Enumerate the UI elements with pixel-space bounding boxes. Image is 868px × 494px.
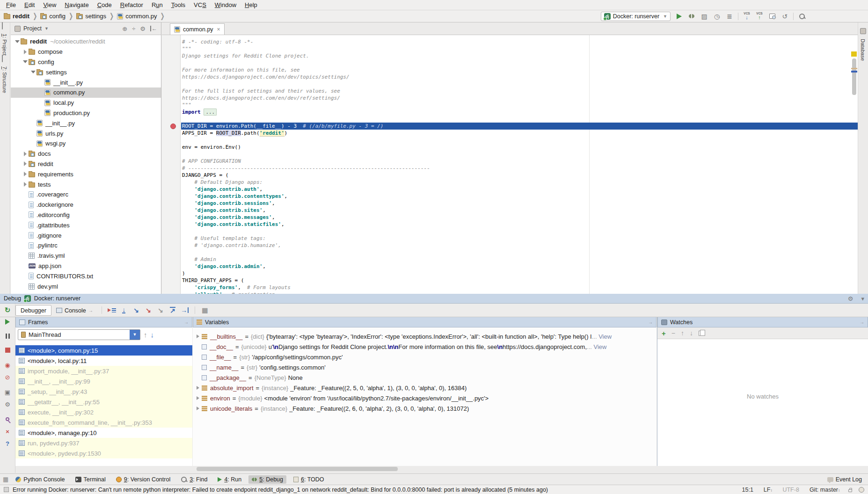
git-branch-indicator[interactable]: Git: master↕ — [810, 487, 840, 493]
step-into-button[interactable]: ↘ — [130, 305, 142, 315]
move-up-button[interactable]: ↑ — [681, 329, 684, 337]
tree-item--pylintrc[interactable]: .pylintrc — [11, 240, 161, 251]
tree-item-urls-py[interactable]: urls.py — [11, 128, 161, 138]
caret-position[interactable]: 15:1 — [742, 487, 753, 493]
toolwindow-python-console[interactable]: Python Console — [12, 475, 68, 484]
menu-code[interactable]: Code — [93, 1, 116, 8]
coverage-button[interactable]: ▨ — [700, 12, 708, 21]
tree-item-settings[interactable]: settings — [11, 67, 161, 77]
remove-watch-button[interactable]: − — [671, 329, 675, 337]
editor-tab-common-py[interactable]: common.py × — [170, 23, 225, 35]
help-button[interactable]: ? — [3, 439, 12, 448]
settings-gear-icon[interactable]: ⚙ — [848, 295, 853, 302]
tree-chevron-icon[interactable] — [22, 152, 29, 156]
toolwindow-6-todo[interactable]: 6: TODO — [290, 475, 328, 484]
pin-icon[interactable]: → — [860, 320, 864, 325]
tree-item--gitignore[interactable]: .gitignore — [11, 230, 161, 240]
toolwindow-4-run[interactable]: 4: Run — [214, 475, 245, 484]
mute-breakpoints-button[interactable]: ⊘ — [3, 373, 12, 381]
add-watch-button[interactable]: + — [662, 329, 666, 337]
frame-row[interactable]: <module>, local.py:11 — [15, 356, 192, 366]
show-execution-point-button[interactable] — [106, 305, 118, 315]
tree-item-__init__-py[interactable]: __init__.py — [11, 118, 161, 128]
profiler-button[interactable]: ◷ — [713, 12, 721, 21]
tree-chevron-icon[interactable] — [29, 71, 36, 73]
expand-arrow-icon[interactable] — [195, 407, 201, 410]
duplicate-watch-button[interactable] — [699, 331, 703, 336]
settings-gear-icon[interactable]: ⚙ — [140, 25, 146, 32]
tree-item-contributors-txt[interactable]: CONTRIBUTORS.txt — [11, 271, 161, 281]
frame-row[interactable]: <module>, common.py:15 — [15, 345, 192, 356]
hide-panel-button[interactable]: ← — [150, 26, 157, 31]
line-ending-indicator[interactable]: LF↕ — [764, 487, 773, 493]
locate-file-button[interactable]: ⊕ — [122, 25, 127, 32]
frame-down-button[interactable]: ↓ — [151, 331, 154, 339]
frame-row[interactable]: execute_from_command_line, __init__.py:3… — [15, 417, 192, 428]
view-link[interactable]: View — [593, 343, 606, 350]
tree-chevron-icon[interactable] — [22, 161, 29, 166]
tree-item-reddit[interactable]: reddit — [11, 159, 161, 169]
tree-chevron-icon[interactable] — [22, 50, 29, 54]
tree-item-reddit[interactable]: reddit~/cookiecutter/reddit — [11, 36, 161, 47]
step-out-button[interactable]: ↗ — [167, 305, 179, 315]
vcs-commit-button[interactable]: VCS↑ — [755, 12, 764, 21]
tree-item-dev-yml[interactable]: dev.yml — [11, 281, 161, 291]
run-to-cursor-button[interactable]: → — [179, 305, 191, 315]
history-button[interactable] — [768, 12, 776, 21]
run-with-options-button[interactable]: ≣ — [725, 12, 734, 21]
breadcrumb-item[interactable]: settings — [76, 13, 106, 20]
breakpoint-icon[interactable] — [170, 124, 176, 129]
encoding-indicator[interactable]: UTF-8 — [782, 487, 799, 493]
close-button[interactable]: × — [3, 427, 12, 436]
tree-item-config[interactable]: config — [11, 57, 161, 67]
menu-refactor[interactable]: Refactor — [116, 1, 147, 8]
menu-view[interactable]: View — [39, 1, 60, 8]
variable-row[interactable]: __file__={str}'/app/config/settings/comm… — [193, 352, 656, 362]
toolwindow-9-version-control[interactable]: 9: Version Control — [113, 475, 174, 484]
tree-item--gitattributes[interactable]: .gitattributes — [11, 220, 161, 230]
toolwindow-5-debug[interactable]: 5: Debug — [248, 475, 286, 484]
expand-arrow-icon[interactable] — [195, 334, 201, 338]
debug-header[interactable]: Debug dj Docker: runserver ⚙ ▾ — [0, 294, 868, 304]
menu-window[interactable]: Window — [211, 1, 241, 8]
thread-select[interactable]: MainThread ▼ — [18, 329, 140, 340]
variable-row[interactable]: __package__={NoneType}None — [193, 372, 656, 383]
tree-item-tests[interactable]: tests — [11, 179, 161, 189]
event-log-button[interactable]: Event Log — [824, 475, 865, 484]
breadcrumb-item[interactable]: reddit — [4, 13, 29, 20]
tree-item-local-py[interactable]: local.py — [11, 98, 161, 108]
evaluate-expression-button[interactable]: ▦ — [199, 305, 211, 315]
pin-button[interactable] — [3, 415, 12, 423]
expand-arrow-icon[interactable] — [195, 396, 201, 400]
menu-edit[interactable]: Edit — [20, 1, 39, 8]
undo-button[interactable]: ↺ — [780, 12, 789, 21]
move-down-button[interactable]: ↓ — [690, 329, 693, 337]
tool-stripe-1-project[interactable]: 1: Project — [0, 22, 10, 55]
editor-body[interactable]: # -*- coding: utf-8 -*-"""Django setting… — [162, 35, 858, 294]
tree-item--dockerignore[interactable]: .dockerignore — [11, 200, 161, 210]
variable-row[interactable]: unicode_literals={instance}_Feature: _Fe… — [193, 403, 656, 414]
breadcrumb-item[interactable]: config — [40, 13, 66, 20]
step-into-my-code-button[interactable]: ↘ — [142, 305, 154, 315]
frame-up-button[interactable]: ↑ — [144, 331, 147, 339]
tree-item--coveragerc[interactable]: .coveragerc — [11, 189, 161, 200]
tree-item-requirements[interactable]: requirements — [11, 169, 161, 179]
close-tab-icon[interactable]: × — [217, 26, 220, 33]
tree-chevron-icon[interactable] — [22, 60, 29, 63]
expand-arrow-icon[interactable] — [195, 386, 201, 390]
stop-button[interactable] — [3, 346, 12, 354]
frame-row[interactable]: _setup, __init__.py:43 — [15, 386, 192, 397]
toolwindow-3-find[interactable]: 3: Find — [177, 475, 211, 484]
variable-row[interactable]: absolute_import={instance}_Feature: _Fea… — [193, 383, 656, 393]
step-over-button[interactable]: ↓ — [118, 305, 130, 315]
frame-row[interactable]: <module>, pydevd.py:1530 — [15, 448, 192, 458]
variable-row[interactable]: __name__={str}'config.settings.common' — [193, 362, 656, 372]
run-config-select[interactable]: dj Docker: runserver ▼ — [601, 12, 671, 21]
frame-row[interactable]: __getattr__, __init__.py:55 — [15, 397, 192, 407]
smart-step-into-button[interactable]: ↘ — [154, 305, 167, 315]
pin-icon[interactable]: → — [648, 320, 653, 325]
frame-row[interactable]: import_module, __init__.py:37 — [15, 366, 192, 376]
tree-chevron-icon[interactable] — [22, 172, 29, 176]
tree-item-app-json[interactable]: JSONapp.json — [11, 261, 161, 271]
debug-button[interactable] — [687, 12, 696, 21]
